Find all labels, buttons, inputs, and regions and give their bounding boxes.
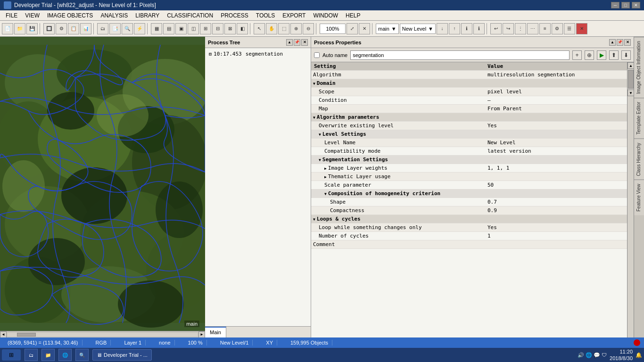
table-row[interactable]: ▼Domain: [311, 79, 627, 88]
tb-save[interactable]: 💾: [26, 23, 38, 34]
tb-btn9[interactable]: ▦: [151, 23, 162, 34]
tb-btn11[interactable]: ▣: [175, 23, 187, 34]
props-close-btn[interactable]: ✕: [624, 39, 631, 46]
taskbar-app-dev-trial[interactable]: 🖥 Developer Trial - ...: [92, 349, 152, 361]
menu-file[interactable]: FILE: [2, 11, 21, 20]
props-pin-btn[interactable]: 📌: [617, 39, 623, 46]
tb-btn4[interactable]: 📊: [80, 23, 91, 34]
scroll-left[interactable]: ◄: [0, 331, 7, 338]
menu-view[interactable]: VIEW: [21, 11, 43, 20]
tb-zoom-in[interactable]: ⊕: [290, 23, 302, 34]
tb-btn8[interactable]: ⚡: [134, 23, 145, 34]
table-row[interactable]: ▶Thematic Layer usage: [311, 173, 627, 181]
tb-open[interactable]: 📁: [14, 23, 25, 34]
scroll-thumb[interactable]: [628, 70, 634, 89]
scroll-up-arrow[interactable]: ▲: [627, 62, 634, 69]
tb-btn7[interactable]: 🔍: [122, 23, 133, 34]
tab-class-hierarchy[interactable]: Class Hierarchy: [634, 139, 644, 180]
image-panel[interactable]: main ◄ ►: [0, 37, 205, 337]
zoom-input[interactable]: 100%: [320, 24, 346, 34]
tb-misc4[interactable]: ⚙: [552, 23, 563, 34]
table-row[interactable]: Loop while something changes onlyYes: [311, 223, 627, 232]
tb-btn10[interactable]: ▤: [163, 23, 174, 34]
tree-tab-main[interactable]: Main: [205, 327, 226, 337]
menu-help[interactable]: HELP: [342, 11, 364, 20]
tb-new[interactable]: 📄: [2, 23, 13, 34]
tb-btn6[interactable]: 📑: [109, 23, 121, 34]
table-row[interactable]: ▼Segmentation Settings: [311, 156, 627, 164]
table-row[interactable]: MapFrom Parent: [311, 105, 627, 113]
menu-export[interactable]: EXPORT: [279, 11, 309, 20]
tb-btn14[interactable]: ⊟: [212, 23, 223, 34]
props-add-btn[interactable]: +: [572, 50, 582, 60]
tb-stop[interactable]: ✕: [576, 23, 587, 34]
taskbar-explorer[interactable]: 🗂: [25, 349, 38, 361]
tb-misc2[interactable]: ⋯: [527, 23, 538, 34]
table-row[interactable]: Compatibility modelatest version: [311, 147, 627, 156]
scroll-down-arrow[interactable]: ▼: [627, 90, 634, 96]
tab-template-editor[interactable]: Template Editor: [634, 98, 644, 138]
auto-name-checkbox[interactable]: [314, 52, 320, 58]
tb-down[interactable]: ↓: [437, 23, 448, 34]
tb-btn5[interactable]: 🗂: [97, 23, 108, 34]
level-dropdown[interactable]: New Level ▼: [400, 24, 436, 34]
tab-image-object-info[interactable]: Image Object Information: [634, 37, 644, 98]
tb-select[interactable]: ⬚: [278, 23, 289, 34]
props-scrollbar[interactable]: ▲ ▼: [627, 62, 634, 337]
props-insert-btn[interactable]: ⊕: [585, 50, 594, 60]
tb-info[interactable]: ℹ: [461, 23, 472, 34]
menu-image-objects[interactable]: IMAGE OBJECTS: [43, 11, 97, 20]
menu-analysis[interactable]: ANALYSIS: [97, 11, 132, 20]
maximize-button[interactable]: □: [621, 2, 630, 8]
table-row[interactable]: ▼Composition of homogeneity criterion: [311, 189, 627, 198]
tb-misc3[interactable]: ≡: [539, 23, 551, 34]
tb-btn16[interactable]: ◧: [237, 23, 248, 34]
tb-fit[interactable]: ⤢: [347, 23, 358, 34]
taskbar-chrome[interactable]: 🌐: [58, 349, 72, 361]
table-row[interactable]: Scale parameter50: [311, 181, 627, 189]
table-row[interactable]: ▼Algorithm parameters: [311, 113, 627, 122]
tb-redo[interactable]: ↪: [503, 23, 514, 34]
menu-window[interactable]: WINDOW: [309, 11, 342, 20]
table-row[interactable]: ▼Loops & cycles: [311, 215, 627, 223]
tb-misc5[interactable]: ☰: [564, 23, 575, 34]
notification-btn[interactable]: 🔔: [636, 352, 642, 358]
tb-zoom-out[interactable]: ⊖: [303, 23, 314, 34]
tb-btn1[interactable]: 🔲: [43, 23, 55, 34]
table-row[interactable]: Scopepixel level: [311, 88, 627, 96]
props-prev-btn[interactable]: ⬆: [609, 50, 619, 60]
minimize-button[interactable]: ─: [611, 2, 619, 8]
scroll-track[interactable]: [8, 333, 198, 337]
scroll-thumb[interactable]: [17, 333, 36, 337]
start-button[interactable]: ⊞: [2, 349, 21, 361]
tb-info2[interactable]: ℹ: [473, 23, 485, 34]
tb-btn15[interactable]: ⊠: [224, 23, 236, 34]
auto-name-input[interactable]: [350, 50, 570, 60]
menu-tools[interactable]: TOOLS: [252, 11, 279, 20]
menu-classification[interactable]: CLASSIFICATION: [163, 11, 217, 20]
tb-cursor[interactable]: ↖: [254, 23, 265, 34]
props-float-btn[interactable]: ▲: [609, 39, 616, 46]
horizontal-scrollbar[interactable]: ◄ ►: [0, 331, 205, 337]
table-row[interactable]: Shape0.7: [311, 198, 627, 206]
tb-undo[interactable]: ↩: [490, 23, 502, 34]
props-next-btn[interactable]: ⬇: [621, 50, 631, 60]
table-row[interactable]: Algorithmmultiresolution segmentation: [311, 71, 627, 79]
tb-btn3[interactable]: 📋: [68, 23, 79, 34]
tab-feature-view[interactable]: Feature View: [634, 180, 644, 215]
tb-btn2[interactable]: ⚙: [56, 23, 67, 34]
panel-pin-btn[interactable]: 📌: [294, 39, 300, 46]
table-row[interactable]: SettingValue: [311, 62, 627, 71]
table-row[interactable]: Overwrite existing levelYes: [311, 122, 627, 130]
view-dropdown[interactable]: main ▼: [376, 24, 399, 34]
scroll-right[interactable]: ►: [198, 331, 205, 338]
panel-close-btn[interactable]: ✕: [301, 39, 308, 46]
tb-misc1[interactable]: ⋮: [515, 23, 526, 34]
panel-float-btn[interactable]: ▲: [286, 39, 293, 46]
props-run-btn[interactable]: ▶: [597, 50, 606, 60]
window-controls[interactable]: ─ □ ✕: [611, 2, 640, 8]
tb-close-view[interactable]: ✕: [359, 23, 370, 34]
taskbar-folder[interactable]: 📁: [41, 349, 55, 361]
table-row[interactable]: Condition—: [311, 96, 627, 105]
table-row[interactable]: Comment: [311, 240, 627, 249]
